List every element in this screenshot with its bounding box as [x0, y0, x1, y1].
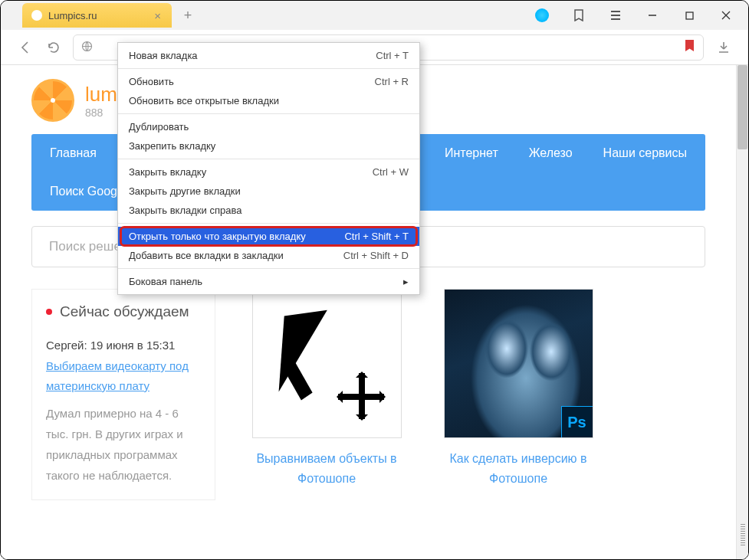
reader-icon[interactable] [563, 4, 595, 27]
bookmark-flag-icon [573, 9, 585, 21]
card-title: Как сделать инверсию в Фотошопе [438, 449, 599, 488]
globe-icon [81, 41, 93, 54]
tab-bar: Lumpics.ru × + [1, 1, 748, 30]
downloads-button[interactable] [710, 34, 738, 61]
comment-link[interactable]: Выбираем видеокарту под материнскую плат… [46, 359, 189, 392]
nav-home[interactable]: Главная [34, 134, 112, 172]
menu-label: Обновить все открытые вкладки [129, 95, 279, 106]
alice-icon[interactable] [526, 4, 558, 27]
close-tab-icon[interactable]: × [151, 9, 164, 22]
menu-pin[interactable]: Закрепить вкладку [118, 136, 419, 156]
scrollbar[interactable] [736, 65, 748, 560]
hamburger-icon [609, 9, 622, 21]
menu-reopen-closed[interactable]: Открыть только что закрытую вкладку Ctrl… [118, 227, 419, 246]
menu-label: Закрыть вкладку [129, 166, 206, 178]
arrow-left-icon [18, 41, 32, 54]
tab-title: Lumpics.ru [48, 10, 151, 21]
menu-label: Закрыть другие вкладки [129, 185, 241, 197]
back-button[interactable] [11, 34, 39, 61]
card-thumbnail [252, 289, 402, 438]
menu-label: Обновить [129, 76, 174, 87]
menu-button[interactable] [600, 4, 632, 27]
menu-close-right[interactable]: Закрыть вкладки справа [118, 201, 419, 220]
menu-close-tab[interactable]: Закрыть вкладку Ctrl + W [118, 162, 419, 182]
menu-separator [118, 68, 419, 69]
window-close-button[interactable] [710, 4, 742, 27]
move-icon [338, 373, 384, 419]
download-icon [717, 41, 731, 54]
new-tab-button[interactable]: + [176, 8, 199, 24]
menu-shortcut: Ctrl + R [375, 76, 409, 87]
card-thumbnail: Ps [444, 289, 593, 438]
menu-close-others[interactable]: Закрыть другие вкладки [118, 182, 419, 201]
favicon-icon [31, 10, 42, 21]
scrollbar-thumb[interactable] [738, 65, 747, 149]
photoshop-badge-icon: Ps [561, 406, 593, 438]
site-logo-icon[interactable] [31, 79, 74, 122]
menu-label: Открыть только что закрытую вкладку [129, 231, 306, 242]
card-title: Выравниваем объекты в Фотошопе [246, 449, 407, 488]
menu-label: Добавить все вкладки в закладки [129, 250, 284, 261]
browser-tab[interactable]: Lumpics.ru × [22, 3, 172, 28]
menu-label: Закрыть вкладки справа [129, 205, 241, 216]
menu-shortcut: Ctrl + Shift + D [343, 250, 409, 261]
titlebar-controls [526, 4, 748, 27]
menu-new-tab[interactable]: Новая вкладка Ctrl + T [118, 46, 419, 65]
menu-duplicate[interactable]: Дублировать [118, 117, 419, 136]
menu-separator [118, 159, 419, 159]
menu-separator [118, 223, 419, 224]
svg-rect-0 [686, 12, 693, 19]
bookmark-icon[interactable] [684, 39, 695, 56]
comment-body: Думал примерно на 4 - 6 тыс. грн. В друг… [46, 403, 201, 486]
reload-icon [47, 41, 60, 54]
menu-label: Новая вкладка [129, 50, 198, 61]
nav-internet[interactable]: Интернет [429, 134, 514, 172]
nav-hardware[interactable]: Железо [514, 134, 588, 172]
menu-shortcut: Ctrl + T [376, 50, 409, 61]
minimize-icon [648, 11, 657, 20]
close-icon [721, 11, 731, 20]
menu-label: Боковая панель [129, 276, 202, 287]
maximize-button[interactable] [673, 4, 705, 27]
menu-reload[interactable]: Обновить Ctrl + R [118, 72, 419, 91]
reload-button[interactable] [39, 34, 67, 61]
menu-bookmark-all[interactable]: Добавить все вкладки в закладки Ctrl + S… [118, 246, 419, 265]
discussion-widget: Сейчас обсуждаем Сергей: 19 июня в 15:31… [31, 289, 215, 500]
nav-services[interactable]: Наши сервисы [588, 134, 702, 172]
menu-label: Дублировать [129, 121, 189, 133]
scrollbar-track-decoration [741, 524, 745, 547]
menu-side-panel[interactable]: Боковая панель ▸ [118, 272, 419, 291]
menu-separator [118, 268, 419, 269]
comment-author: Сергей: 19 июня в 15:31 [46, 339, 201, 352]
menu-reload-all[interactable]: Обновить все открытые вкладки [118, 91, 419, 110]
article-card[interactable]: Ps Как сделать инверсию в Фотошопе [438, 289, 599, 500]
tab-context-menu: Новая вкладка Ctrl + T Обновить Ctrl + R… [117, 42, 420, 295]
menu-label: Закрепить вкладку [129, 140, 215, 152]
menu-shortcut: Ctrl + W [373, 166, 409, 178]
chevron-right-icon: ▸ [403, 276, 409, 287]
widget-title: Сейчас обсуждаем [46, 303, 201, 320]
maximize-icon [685, 11, 694, 20]
menu-separator [118, 113, 419, 114]
menu-shortcut: Ctrl + Shift + T [344, 231, 409, 242]
article-cards: Выравниваем объекты в Фотошопе Ps Как сд… [246, 289, 705, 500]
article-card[interactable]: Выравниваем объекты в Фотошопе [246, 289, 407, 500]
minimize-button[interactable] [636, 4, 669, 27]
